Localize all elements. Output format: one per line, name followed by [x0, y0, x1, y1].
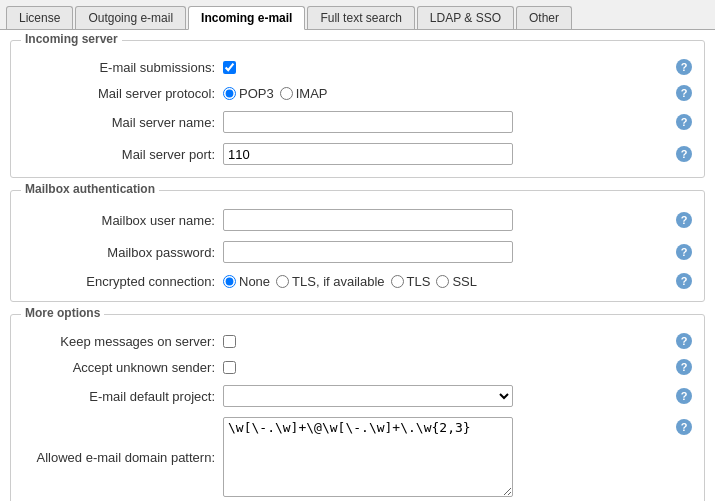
pop3-label: POP3 [239, 86, 274, 101]
email-default-project-row: E-mail default project: ? [23, 385, 692, 407]
mail-server-port-row: Mail server port: ? [23, 143, 692, 165]
mailbox-auth-title: Mailbox authentication [21, 182, 159, 196]
mail-server-protocol-label: Mail server protocol: [23, 86, 223, 101]
keep-messages-checkbox[interactable] [223, 335, 236, 348]
mail-server-port-control [223, 143, 668, 165]
allowed-domain-help-icon[interactable]: ? [676, 419, 692, 435]
accept-unknown-control [223, 361, 668, 374]
mailbox-password-label: Mailbox password: [23, 245, 223, 260]
imap-radio-label[interactable]: IMAP [280, 86, 328, 101]
encrypted-connection-row: Encrypted connection: None TLS, if avail… [23, 273, 692, 289]
email-default-project-label: E-mail default project: [23, 389, 223, 404]
enc-ssl-text: SSL [452, 274, 477, 289]
imap-label: IMAP [296, 86, 328, 101]
tab-bar: License Outgoing e-mail Incoming e-mail … [0, 0, 715, 30]
mailbox-username-input[interactable] [223, 209, 513, 231]
email-default-project-select[interactable] [223, 385, 513, 407]
allowed-domain-row: Allowed e-mail domain pattern: \w[\-.\w]… [23, 417, 692, 497]
encrypted-connection-help-icon[interactable]: ? [676, 273, 692, 289]
more-options-title: More options [21, 306, 104, 320]
tab-other[interactable]: Other [516, 6, 572, 29]
enc-none-text: None [239, 274, 270, 289]
mail-server-name-input[interactable] [223, 111, 513, 133]
enc-tls-text: TLS [407, 274, 431, 289]
enc-tls-available-label[interactable]: TLS, if available [276, 274, 385, 289]
allowed-domain-textarea[interactable]: \w[\-.\w]+\@\w[\-.\w]+\.\w{2,3} [223, 417, 513, 497]
keep-messages-control [223, 335, 668, 348]
imap-radio[interactable] [280, 87, 293, 100]
tab-license[interactable]: License [6, 6, 73, 29]
email-submissions-row: E-mail submissions: ? [23, 59, 692, 75]
mail-server-port-input[interactable] [223, 143, 513, 165]
mail-server-name-label: Mail server name: [23, 115, 223, 130]
mailbox-password-help-icon[interactable]: ? [676, 244, 692, 260]
enc-tls-radio[interactable] [391, 275, 404, 288]
mail-server-name-help-icon[interactable]: ? [676, 114, 692, 130]
mail-server-name-control [223, 111, 668, 133]
enc-none-label[interactable]: None [223, 274, 270, 289]
email-default-project-help-icon[interactable]: ? [676, 388, 692, 404]
incoming-server-section: Incoming server E-mail submissions: ? Ma… [10, 40, 705, 178]
encryption-radio-group: None TLS, if available TLS SSL [223, 274, 477, 289]
mailbox-username-help-icon[interactable]: ? [676, 212, 692, 228]
encrypted-connection-control: None TLS, if available TLS SSL [223, 274, 668, 289]
tab-outgoing-email[interactable]: Outgoing e-mail [75, 6, 186, 29]
mailbox-password-row: Mailbox password: ? [23, 241, 692, 263]
enc-ssl-radio[interactable] [436, 275, 449, 288]
mailbox-auth-section: Mailbox authentication Mailbox user name… [10, 190, 705, 302]
mailbox-password-input[interactable] [223, 241, 513, 263]
email-default-project-control [223, 385, 668, 407]
mail-server-protocol-row: Mail server protocol: POP3 IMAP ? [23, 85, 692, 101]
mail-server-protocol-control: POP3 IMAP [223, 86, 668, 101]
mail-server-name-row: Mail server name: ? [23, 111, 692, 133]
mailbox-username-control [223, 209, 668, 231]
mailbox-username-row: Mailbox user name: ? [23, 209, 692, 231]
enc-tls-available-radio[interactable] [276, 275, 289, 288]
mailbox-password-control [223, 241, 668, 263]
protocol-radio-group: POP3 IMAP [223, 86, 327, 101]
keep-messages-row: Keep messages on server: ? [23, 333, 692, 349]
accept-unknown-help-icon[interactable]: ? [676, 359, 692, 375]
more-options-section: More options Keep messages on server: ? … [10, 314, 705, 501]
tab-ldap-sso[interactable]: LDAP & SSO [417, 6, 514, 29]
accept-unknown-row: Accept unknown sender: ? [23, 359, 692, 375]
mail-server-port-help-icon[interactable]: ? [676, 146, 692, 162]
pop3-radio[interactable] [223, 87, 236, 100]
mail-server-port-label: Mail server port: [23, 147, 223, 162]
pop3-radio-label[interactable]: POP3 [223, 86, 274, 101]
allowed-domain-control: \w[\-.\w]+\@\w[\-.\w]+\.\w{2,3} [223, 417, 668, 497]
protocol-help-icon[interactable]: ? [676, 85, 692, 101]
email-submissions-help-icon[interactable]: ? [676, 59, 692, 75]
keep-messages-help-icon[interactable]: ? [676, 333, 692, 349]
email-submissions-control [223, 61, 668, 74]
mailbox-username-label: Mailbox user name: [23, 213, 223, 228]
main-content: Incoming server E-mail submissions: ? Ma… [0, 30, 715, 501]
enc-ssl-label[interactable]: SSL [436, 274, 477, 289]
email-submissions-label: E-mail submissions: [23, 60, 223, 75]
allowed-domain-label: Allowed e-mail domain pattern: [23, 450, 223, 465]
incoming-server-title: Incoming server [21, 32, 122, 46]
tab-full-text-search[interactable]: Full text search [307, 6, 414, 29]
accept-unknown-checkbox[interactable] [223, 361, 236, 374]
enc-tls-available-text: TLS, if available [292, 274, 385, 289]
encrypted-connection-label: Encrypted connection: [23, 274, 223, 289]
tab-incoming-email[interactable]: Incoming e-mail [188, 6, 305, 30]
keep-messages-label: Keep messages on server: [23, 334, 223, 349]
accept-unknown-label: Accept unknown sender: [23, 360, 223, 375]
enc-tls-label[interactable]: TLS [391, 274, 431, 289]
enc-none-radio[interactable] [223, 275, 236, 288]
email-submissions-checkbox[interactable] [223, 61, 236, 74]
